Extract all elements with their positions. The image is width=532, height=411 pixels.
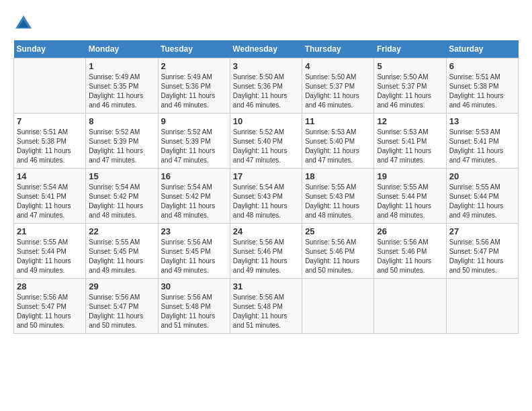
day-number: 21 bbox=[17, 226, 83, 236]
day-info: Sunrise: 5:51 AMSunset: 5:38 PMDaylight:… bbox=[449, 73, 515, 110]
calendar-cell: 28Sunrise: 5:56 AMSunset: 5:47 PMDayligh… bbox=[14, 279, 86, 334]
calendar-cell bbox=[302, 279, 374, 334]
day-number: 22 bbox=[89, 226, 154, 236]
day-number: 4 bbox=[305, 61, 371, 71]
calendar-cell: 17Sunrise: 5:54 AMSunset: 5:43 PMDayligh… bbox=[230, 169, 302, 224]
day-info: Sunrise: 5:55 AMSunset: 5:44 PMDaylight:… bbox=[17, 238, 83, 275]
day-info: Sunrise: 5:49 AMSunset: 5:36 PMDaylight:… bbox=[161, 73, 227, 110]
calendar-cell: 24Sunrise: 5:56 AMSunset: 5:46 PMDayligh… bbox=[230, 224, 302, 279]
week-row-1: 1Sunrise: 5:49 AMSunset: 5:35 PMDaylight… bbox=[14, 58, 519, 113]
day-number: 11 bbox=[305, 116, 371, 126]
logo bbox=[13, 13, 36, 34]
logo-icon bbox=[13, 13, 34, 34]
week-row-4: 21Sunrise: 5:55 AMSunset: 5:44 PMDayligh… bbox=[14, 224, 519, 279]
day-number: 6 bbox=[449, 61, 515, 71]
day-info: Sunrise: 5:56 AMSunset: 5:46 PMDaylight:… bbox=[233, 238, 299, 275]
calendar-cell: 1Sunrise: 5:49 AMSunset: 5:35 PMDaylight… bbox=[86, 58, 158, 113]
calendar-cell: 5Sunrise: 5:50 AMSunset: 5:37 PMDaylight… bbox=[374, 58, 446, 113]
day-info: Sunrise: 5:52 AMSunset: 5:39 PMDaylight:… bbox=[161, 128, 227, 165]
calendar-cell: 6Sunrise: 5:51 AMSunset: 5:38 PMDaylight… bbox=[446, 58, 518, 113]
day-number: 7 bbox=[17, 116, 83, 126]
week-row-5: 28Sunrise: 5:56 AMSunset: 5:47 PMDayligh… bbox=[14, 279, 519, 334]
day-header-wednesday: Wednesday bbox=[230, 40, 302, 58]
day-number: 2 bbox=[161, 61, 227, 71]
day-info: Sunrise: 5:55 AMSunset: 5:43 PMDaylight:… bbox=[305, 183, 371, 220]
day-info: Sunrise: 5:53 AMSunset: 5:41 PMDaylight:… bbox=[377, 128, 443, 165]
calendar-cell: 16Sunrise: 5:54 AMSunset: 5:42 PMDayligh… bbox=[158, 169, 230, 224]
day-number: 16 bbox=[161, 171, 227, 181]
day-header-saturday: Saturday bbox=[446, 40, 518, 58]
day-info: Sunrise: 5:52 AMSunset: 5:40 PMDaylight:… bbox=[233, 128, 299, 165]
day-number: 20 bbox=[449, 171, 515, 181]
day-number: 14 bbox=[17, 171, 83, 181]
day-number: 25 bbox=[305, 226, 371, 236]
calendar-cell: 4Sunrise: 5:50 AMSunset: 5:37 PMDaylight… bbox=[302, 58, 374, 113]
calendar-cell: 18Sunrise: 5:55 AMSunset: 5:43 PMDayligh… bbox=[302, 169, 374, 224]
day-info: Sunrise: 5:50 AMSunset: 5:37 PMDaylight:… bbox=[377, 73, 443, 110]
day-info: Sunrise: 5:53 AMSunset: 5:41 PMDaylight:… bbox=[449, 128, 515, 165]
day-info: Sunrise: 5:56 AMSunset: 5:47 PMDaylight:… bbox=[89, 293, 154, 330]
calendar-cell: 31Sunrise: 5:56 AMSunset: 5:48 PMDayligh… bbox=[230, 279, 302, 334]
day-number: 5 bbox=[377, 61, 443, 71]
day-number: 12 bbox=[377, 116, 443, 126]
week-row-3: 14Sunrise: 5:54 AMSunset: 5:41 PMDayligh… bbox=[14, 169, 519, 224]
day-info: Sunrise: 5:56 AMSunset: 5:45 PMDaylight:… bbox=[161, 238, 227, 275]
day-info: Sunrise: 5:54 AMSunset: 5:41 PMDaylight:… bbox=[17, 183, 83, 220]
day-number: 3 bbox=[233, 61, 299, 71]
day-info: Sunrise: 5:56 AMSunset: 5:46 PMDaylight:… bbox=[305, 238, 371, 275]
page-header bbox=[13, 13, 519, 34]
day-number: 1 bbox=[89, 61, 154, 71]
day-number: 17 bbox=[233, 171, 299, 181]
day-info: Sunrise: 5:55 AMSunset: 5:44 PMDaylight:… bbox=[377, 183, 443, 220]
day-header-monday: Monday bbox=[86, 40, 158, 58]
calendar-cell: 11Sunrise: 5:53 AMSunset: 5:40 PMDayligh… bbox=[302, 113, 374, 169]
day-number: 19 bbox=[377, 171, 443, 181]
day-info: Sunrise: 5:56 AMSunset: 5:47 PMDaylight:… bbox=[449, 238, 515, 275]
day-number: 15 bbox=[89, 171, 154, 181]
day-number: 13 bbox=[449, 116, 515, 126]
day-header-tuesday: Tuesday bbox=[158, 40, 230, 58]
day-info: Sunrise: 5:55 AMSunset: 5:44 PMDaylight:… bbox=[449, 183, 515, 220]
day-number: 30 bbox=[161, 281, 227, 291]
header-row: SundayMondayTuesdayWednesdayThursdayFrid… bbox=[14, 40, 519, 58]
calendar-cell: 3Sunrise: 5:50 AMSunset: 5:36 PMDaylight… bbox=[230, 58, 302, 113]
week-row-2: 7Sunrise: 5:51 AMSunset: 5:38 PMDaylight… bbox=[14, 113, 519, 169]
day-number: 29 bbox=[89, 281, 154, 291]
day-info: Sunrise: 5:56 AMSunset: 5:48 PMDaylight:… bbox=[161, 293, 227, 330]
day-info: Sunrise: 5:54 AMSunset: 5:42 PMDaylight:… bbox=[161, 183, 227, 220]
calendar-cell: 15Sunrise: 5:54 AMSunset: 5:42 PMDayligh… bbox=[86, 169, 158, 224]
day-number: 23 bbox=[161, 226, 227, 236]
day-number: 26 bbox=[377, 226, 443, 236]
day-number: 18 bbox=[305, 171, 371, 181]
day-number: 28 bbox=[17, 281, 83, 291]
calendar-cell: 13Sunrise: 5:53 AMSunset: 5:41 PMDayligh… bbox=[446, 113, 518, 169]
calendar-cell: 20Sunrise: 5:55 AMSunset: 5:44 PMDayligh… bbox=[446, 169, 518, 224]
calendar-cell: 21Sunrise: 5:55 AMSunset: 5:44 PMDayligh… bbox=[14, 224, 86, 279]
calendar-cell: 22Sunrise: 5:55 AMSunset: 5:45 PMDayligh… bbox=[86, 224, 158, 279]
calendar-cell: 30Sunrise: 5:56 AMSunset: 5:48 PMDayligh… bbox=[158, 279, 230, 334]
day-info: Sunrise: 5:50 AMSunset: 5:36 PMDaylight:… bbox=[233, 73, 299, 110]
day-number: 31 bbox=[233, 281, 299, 291]
calendar-cell: 25Sunrise: 5:56 AMSunset: 5:46 PMDayligh… bbox=[302, 224, 374, 279]
calendar-cell: 12Sunrise: 5:53 AMSunset: 5:41 PMDayligh… bbox=[374, 113, 446, 169]
day-header-thursday: Thursday bbox=[302, 40, 374, 58]
day-number: 8 bbox=[89, 116, 154, 126]
calendar-cell bbox=[14, 58, 86, 113]
day-info: Sunrise: 5:56 AMSunset: 5:47 PMDaylight:… bbox=[17, 293, 83, 330]
calendar-cell: 26Sunrise: 5:56 AMSunset: 5:46 PMDayligh… bbox=[374, 224, 446, 279]
day-info: Sunrise: 5:53 AMSunset: 5:40 PMDaylight:… bbox=[305, 128, 371, 165]
calendar-cell: 29Sunrise: 5:56 AMSunset: 5:47 PMDayligh… bbox=[86, 279, 158, 334]
calendar-cell: 19Sunrise: 5:55 AMSunset: 5:44 PMDayligh… bbox=[374, 169, 446, 224]
calendar-cell: 9Sunrise: 5:52 AMSunset: 5:39 PMDaylight… bbox=[158, 113, 230, 169]
calendar-cell: 10Sunrise: 5:52 AMSunset: 5:40 PMDayligh… bbox=[230, 113, 302, 169]
calendar-cell bbox=[446, 279, 518, 334]
calendar-cell bbox=[374, 279, 446, 334]
day-info: Sunrise: 5:54 AMSunset: 5:43 PMDaylight:… bbox=[233, 183, 299, 220]
calendar-cell: 2Sunrise: 5:49 AMSunset: 5:36 PMDaylight… bbox=[158, 58, 230, 113]
day-number: 10 bbox=[233, 116, 299, 126]
day-info: Sunrise: 5:50 AMSunset: 5:37 PMDaylight:… bbox=[305, 73, 371, 110]
calendar-cell: 23Sunrise: 5:56 AMSunset: 5:45 PMDayligh… bbox=[158, 224, 230, 279]
day-header-friday: Friday bbox=[374, 40, 446, 58]
day-header-sunday: Sunday bbox=[14, 40, 86, 58]
day-info: Sunrise: 5:56 AMSunset: 5:46 PMDaylight:… bbox=[377, 238, 443, 275]
